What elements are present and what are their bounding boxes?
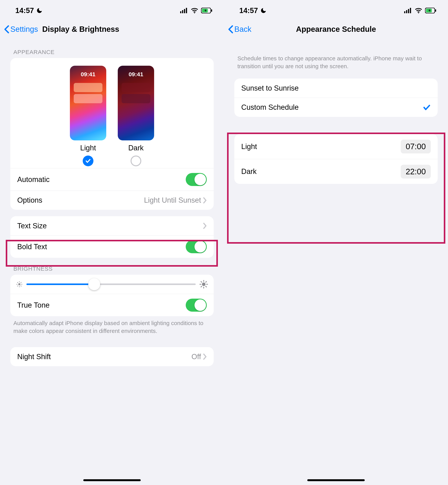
light-time-row[interactable]: Light 07:00	[234, 134, 438, 159]
bold-text-row: Bold Text	[10, 235, 214, 258]
check-icon	[423, 104, 431, 112]
chevron-right-icon	[203, 223, 207, 229]
appearance-dark-option[interactable]: 09:41 Dark	[118, 66, 154, 166]
dark-label: Dark	[128, 144, 144, 152]
wifi-icon	[191, 8, 198, 13]
dark-radio[interactable]	[131, 155, 141, 166]
night-shift-label: Night Shift	[17, 353, 192, 361]
back-label: Back	[234, 25, 251, 33]
svg-point-8	[18, 283, 20, 285]
page-title: Appearance Schedule	[296, 25, 376, 33]
chevron-right-icon	[203, 197, 207, 204]
automatic-toggle[interactable]	[186, 173, 207, 186]
svg-line-25	[206, 282, 206, 282]
dark-time-label: Dark	[241, 167, 401, 176]
true-tone-row: True Tone	[10, 294, 214, 316]
light-time-value[interactable]: 07:00	[401, 140, 431, 154]
battery-icon	[201, 8, 213, 13]
nav-bar: Back Appearance Schedule	[224, 21, 448, 41]
options-value: Light Until Sunset	[144, 196, 201, 204]
chevron-left-icon	[4, 25, 9, 33]
appearance-group: 09:41 Light 09:41 Dark Automatic	[10, 58, 214, 210]
night-shift-row[interactable]: Night Shift Off	[10, 347, 214, 366]
brightness-group: True Tone	[10, 275, 214, 316]
preview-time: 09:41	[70, 71, 106, 78]
automatic-row: Automatic	[10, 168, 214, 191]
text-size-row[interactable]: Text Size	[10, 216, 214, 235]
back-label: Settings	[10, 25, 38, 33]
status-time: 14:57	[239, 7, 258, 15]
automatic-label: Automatic	[17, 176, 186, 184]
true-tone-label: True Tone	[17, 301, 186, 309]
night-shift-value: Off	[192, 353, 201, 361]
svg-line-15	[17, 286, 18, 286]
wifi-icon	[415, 8, 422, 13]
light-preview: 09:41	[70, 66, 106, 140]
appearance-header: APPEARANCE	[0, 41, 224, 58]
svg-line-24	[201, 286, 202, 287]
schedule-intro: Schedule times to change appearance auto…	[224, 41, 448, 72]
svg-line-23	[206, 286, 206, 287]
sunset-label: Sunset to Sunrise	[241, 84, 431, 92]
svg-rect-3	[186, 8, 187, 13]
custom-schedule-label: Custom Schedule	[241, 103, 423, 112]
page-title: Display & Brightness	[42, 25, 119, 33]
dark-time-value[interactable]: 22:00	[401, 165, 431, 178]
status-bar: 14:57	[0, 0, 224, 21]
light-radio[interactable]	[83, 155, 93, 166]
slider-thumb[interactable]	[88, 278, 100, 290]
cellular-icon	[404, 8, 412, 13]
svg-rect-26	[404, 11, 405, 13]
sun-low-icon	[16, 281, 23, 288]
cellular-icon	[180, 8, 188, 13]
brightness-slider-row	[10, 275, 214, 294]
back-button[interactable]: Settings	[4, 25, 38, 33]
dark-preview: 09:41	[118, 66, 154, 140]
light-label: Light	[80, 144, 96, 152]
brightness-header: BRIGHTNESS	[0, 258, 224, 275]
battery-icon	[425, 8, 437, 13]
svg-line-13	[17, 282, 18, 283]
svg-rect-29	[410, 8, 411, 13]
options-label: Options	[17, 196, 144, 204]
nav-bar: Settings Display & Brightness	[0, 21, 224, 41]
preview-time: 09:41	[118, 71, 154, 78]
sun-high-icon	[200, 280, 208, 289]
text-group: Text Size Bold Text	[10, 216, 214, 258]
home-indicator	[83, 479, 141, 481]
svg-line-14	[21, 286, 21, 286]
svg-line-22	[201, 282, 202, 282]
options-row[interactable]: Options Light Until Sunset	[10, 191, 214, 210]
text-size-label: Text Size	[17, 222, 203, 230]
chevron-right-icon	[203, 353, 207, 360]
sunset-row[interactable]: Sunset to Sunrise	[234, 79, 438, 98]
bold-text-toggle[interactable]	[186, 240, 207, 253]
dark-time-row[interactable]: Dark 22:00	[234, 159, 438, 184]
svg-line-16	[21, 282, 21, 283]
chevron-left-icon	[228, 25, 233, 33]
moon-icon	[36, 7, 43, 14]
night-shift-group: Night Shift Off	[10, 347, 214, 366]
bold-text-label: Bold Text	[17, 243, 186, 251]
svg-point-4	[194, 12, 195, 13]
status-time: 14:57	[15, 7, 34, 15]
brightness-footer: Automatically adapt iPhone display based…	[0, 316, 224, 337]
light-time-label: Light	[241, 143, 401, 151]
brightness-slider[interactable]	[26, 283, 196, 285]
svg-rect-2	[184, 9, 185, 13]
custom-schedule-row[interactable]: Custom Schedule	[234, 98, 438, 117]
status-bar: 14:57	[224, 0, 448, 21]
home-indicator	[307, 479, 365, 481]
svg-rect-28	[408, 9, 409, 13]
svg-rect-27	[406, 10, 407, 13]
svg-point-30	[418, 12, 419, 13]
appearance-light-option[interactable]: 09:41 Light	[70, 66, 106, 166]
svg-rect-32	[435, 9, 436, 12]
svg-rect-1	[182, 10, 183, 13]
true-tone-toggle[interactable]	[186, 299, 207, 312]
schedule-times-group: Light 07:00 Dark 22:00	[234, 134, 438, 184]
schedule-type-group: Sunset to Sunrise Custom Schedule	[234, 79, 438, 117]
back-button[interactable]: Back	[228, 25, 251, 33]
svg-rect-0	[180, 11, 181, 13]
moon-icon	[260, 7, 267, 14]
